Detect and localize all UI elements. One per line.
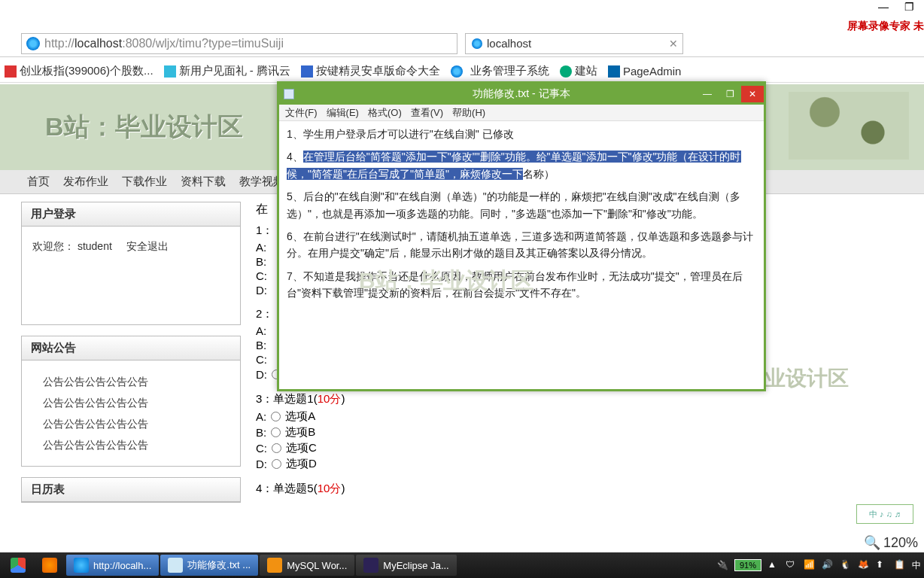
ie-icon — [472, 38, 482, 49]
option-radio[interactable] — [271, 412, 281, 421]
menu-view[interactable]: 查看(V) — [411, 106, 443, 120]
tab-label: localhost — [487, 37, 531, 50]
ie-icon — [26, 37, 40, 50]
notice-item[interactable]: 公告公告公告公告公告 — [43, 392, 219, 413]
bookmarks-bar: 创业板指(399006)个股数... 新用户见面礼 - 腾讯云 按键精灵安卓版命… — [0, 60, 924, 83]
tray-icon[interactable]: ▲ — [767, 559, 780, 571]
bookmark-item[interactable]: 按键精灵安卓版命令大全 — [301, 64, 440, 78]
close-icon[interactable]: ✕ — [669, 38, 678, 50]
minimize-button[interactable]: — — [874, 0, 892, 14]
notepad-window[interactable]: 功能修改.txt - 记事本 — ❐ ✕ 文件(F) 编辑(E) 格式(O) 查… — [277, 81, 766, 391]
taskbar: http://localh... 功能修改.txt ... MySQL Wor.… — [0, 552, 924, 578]
zoom-indicator[interactable]: 🔍 120% — [864, 534, 918, 551]
bookmark-item[interactable]: PageAdmin — [608, 65, 682, 78]
tray-icon[interactable]: 📶 — [804, 559, 816, 571]
maximize-button[interactable]: ❐ — [900, 0, 918, 14]
taskbar-chrome[interactable] — [3, 555, 33, 576]
tray-icon[interactable]: 🐧 — [840, 559, 852, 571]
taskbar-eclipse[interactable]: MyEclipse Ja... — [356, 555, 456, 576]
nav-materials[interactable]: 资料下载 — [181, 175, 226, 189]
option-radio[interactable] — [272, 443, 281, 453]
tray-icon[interactable]: 🔊 — [822, 559, 834, 571]
text-line: 5、后台的"在线自测"和"在线自测（单选）"的功能是一样的，麻烦把"在线自测"改… — [287, 188, 756, 222]
menu-help[interactable]: 帮助(H) — [452, 106, 485, 120]
eclipse-icon — [363, 558, 378, 573]
minimize-button[interactable]: — — [696, 86, 719, 102]
taskbar-mysql[interactable]: MySQL Wor... — [260, 555, 354, 576]
logout-link[interactable]: 安全退出 — [126, 240, 169, 252]
bookmark-item[interactable]: 建站 — [560, 64, 597, 78]
browser-tab[interactable]: localhost ✕ — [465, 33, 683, 54]
menu-format[interactable]: 格式(O) — [368, 106, 402, 120]
taskbar-firefox[interactable] — [35, 555, 65, 576]
notice-item[interactable]: 公告公告公告公告公告 — [43, 434, 219, 455]
nav-download[interactable]: 下载作业 — [122, 175, 167, 189]
tray-icon[interactable]: 📋 — [894, 559, 906, 571]
bookmark-item[interactable]: 创业板指(399006)个股数... — [5, 64, 153, 78]
text-line: 1、学生用户登录后才可以进行"在线自测" 已修改 — [287, 126, 756, 142]
bookmark-item[interactable]: 新用户见面礼 - 腾讯云 — [164, 64, 290, 78]
login-title: 用户登录 — [22, 202, 240, 227]
notepad-icon — [168, 558, 183, 573]
tray-icon[interactable]: 🛡 — [786, 559, 798, 571]
url-input[interactable]: http://localhost:8080/wljx/timu?type=tim… — [21, 33, 457, 54]
tray-plug-icon[interactable]: 🔌 — [717, 560, 728, 570]
notice-item[interactable]: 公告公告公告公告公告 — [43, 413, 219, 434]
notepad-textarea[interactable]: 1、学生用户登录后才可以进行"在线自测" 已修改 4、在管理后台给"简答题"添加… — [279, 121, 764, 389]
tray-icon[interactable]: 🦊 — [858, 559, 870, 571]
notepad-title: 功能修改.txt - 记事本 — [473, 87, 570, 101]
question-4: 4：单选题5(10分) — [256, 482, 903, 496]
notepad-titlebar[interactable]: 功能修改.txt - 记事本 — ❐ ✕ — [279, 84, 764, 105]
sidebar: 用户登录 欢迎您： student 安全退出 网站公告 公告公告公告公告公告 公… — [21, 202, 241, 507]
menu-edit[interactable]: 编辑(E) — [327, 106, 359, 120]
ime-indicator[interactable]: 中 — [912, 559, 921, 572]
login-panel: 用户登录 欢迎您： student 安全退出 — [21, 202, 241, 325]
notepad-icon — [284, 89, 294, 99]
maximize-button[interactable]: ❐ — [719, 86, 741, 102]
banner-text: B站：毕业设计区 — [45, 110, 243, 144]
url-text: http://localhost:8080/wljx/timu?type=tim… — [44, 37, 284, 50]
menu-file[interactable]: 文件(F) — [285, 106, 318, 120]
option-radio[interactable] — [271, 427, 281, 437]
chrome-icon — [11, 558, 26, 573]
system-tray: 🔌 91% ▲ 🛡 📶 🔊 🐧 🦊 ⬆ 📋 中 — [717, 559, 921, 572]
notice-item[interactable]: 公告公告公告公告公告 — [43, 371, 219, 392]
nav-home[interactable]: 首页 — [27, 175, 50, 189]
text-line: 6、在前台进行"在线测试时"，请随机抽五道单选，三道多选和两道简答题，仅单选题和… — [287, 228, 756, 262]
question-3: 3：单选题1(10分) A: 选项A B: 选项B C: 选项C D: 选项D — [256, 392, 903, 471]
selected-text: 在管理后台给"简答题"添加一下"修改""删除"功能。给"单选题"添加一下"修改"… — [287, 151, 741, 179]
notice-title: 网站公告 — [22, 336, 240, 360]
welcome-label: 欢迎您： — [32, 240, 74, 252]
text-line: 4、在管理后台给"简答题"添加一下"修改""删除"功能。给"单选题"添加一下"修… — [287, 148, 756, 182]
taskbar-ie[interactable]: http://localh... — [66, 555, 159, 576]
zoom-value: 120% — [883, 535, 918, 551]
tray-icon[interactable]: ⬆ — [876, 559, 888, 571]
calendar-panel: 日历表 — [21, 477, 241, 503]
banner-decoration — [789, 92, 909, 160]
notepad-menubar: 文件(F) 编辑(E) 格式(O) 查看(V) 帮助(H) — [279, 105, 764, 121]
text-line: 7、不知道是我操作不当还是什么原因，教师用户在前台发布作业时，无法成功"提交"，… — [287, 268, 756, 302]
address-bar: http://localhost:8080/wljx/timu?type=tim… — [0, 30, 924, 57]
nav-publish[interactable]: 发布作业 — [63, 175, 108, 189]
close-button[interactable]: ✕ — [741, 86, 764, 102]
zoom-icon: 🔍 — [864, 534, 880, 551]
option-radio[interactable] — [272, 459, 281, 469]
notice-panel: 网站公告 公告公告公告公告公告 公告公告公告公告公告 公告公告公告公告公告 公告… — [21, 336, 241, 467]
username: student — [78, 240, 112, 252]
calendar-title: 日历表 — [22, 478, 240, 502]
firefox-icon — [42, 558, 57, 573]
battery-indicator[interactable]: 91% — [734, 559, 761, 571]
ime-badge[interactable]: 中 ♪ ♫ ♬ — [856, 504, 913, 524]
ie-icon — [74, 558, 89, 573]
mysql-icon — [267, 558, 282, 573]
bookmark-item[interactable]: 业务管理子系统 — [451, 64, 549, 78]
taskbar-notepad[interactable]: 功能修改.txt ... — [160, 555, 258, 576]
